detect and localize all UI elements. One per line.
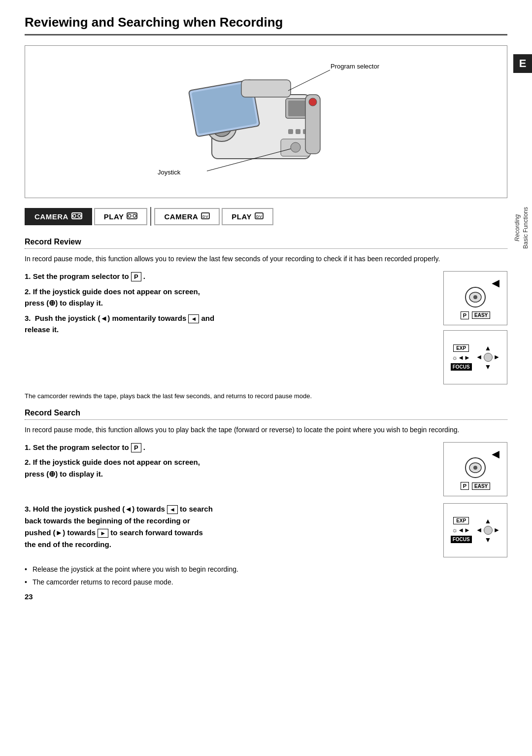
- exp-label-2: EXP: [453, 517, 469, 524]
- dv-icon-0: DV: [201, 212, 210, 221]
- focus-label-1: FOCUS: [451, 363, 472, 371]
- p-easy-row-1: P EASY: [461, 311, 491, 319]
- focus-label-2: FOCUS: [451, 536, 472, 543]
- center-btn-2: [484, 526, 493, 535]
- dv-icon-1: DV: [255, 212, 264, 221]
- sidebar-section-label: Recording Basic Functions: [513, 207, 532, 249]
- step-2-text: 2. If the joystick guide does not appear…: [25, 286, 433, 309]
- down-arrow-2: ▼: [485, 536, 492, 544]
- record-search-intro: In record pause mode, this function allo…: [25, 425, 507, 435]
- lr-row-1: ◄ ►: [476, 353, 500, 362]
- svg-point-20: [78, 214, 81, 217]
- right-arrow-1: ►: [494, 353, 500, 362]
- record-search-steps: 1. Set the program selector to P . 2. If…: [25, 442, 507, 496]
- p-badge-1: P: [461, 311, 469, 319]
- svg-point-11: [291, 142, 300, 152]
- tab-divider: [150, 207, 151, 226]
- record-review-step-text: 1. Set the program selector to P . 2. If…: [25, 271, 433, 339]
- exp-focus-display-2: EXP ☼◄► FOCUS ▲ ◄ ► ▼: [443, 503, 507, 557]
- tab-camera-dv[interactable]: CAMERA DV: [154, 208, 220, 225]
- record-search-heading: Record Search: [25, 409, 507, 417]
- tape-icon-0: [71, 212, 82, 221]
- tab-play-dv[interactable]: PLAY DV: [222, 208, 273, 225]
- easy-badge-2: EASY: [472, 482, 490, 490]
- search-step-1: 1. Set the program selector to P .: [25, 442, 433, 453]
- camera-image-box: Joystick Program selector: [25, 45, 507, 198]
- section-divider-1: [25, 248, 507, 249]
- center-btn-1: [484, 353, 493, 362]
- camera-illustration: Joystick Program selector: [143, 55, 389, 183]
- search-images-12: ◄ P EASY: [443, 442, 507, 496]
- svg-rect-13: [296, 129, 300, 134]
- up-arrow-2: ▲: [485, 517, 492, 525]
- search-images-3: EXP ☼◄► FOCUS ▲ ◄ ► ▼: [443, 503, 507, 557]
- bullet-1: Release the joystick at the point where …: [25, 564, 507, 575]
- p-badge-2: P: [461, 482, 469, 490]
- program-selector-label: Program selector: [331, 63, 379, 70]
- right-arrow-2: ►: [494, 526, 500, 535]
- bullet-2: The camcorder returns to record pause mo…: [25, 577, 507, 587]
- sidebar-e-label: E: [513, 54, 532, 73]
- svg-text:DV: DV: [202, 214, 208, 219]
- record-search-step-text: 1. Set the program selector to P . 2. If…: [25, 442, 433, 484]
- svg-point-16: [309, 98, 317, 106]
- page-title: Reviewing and Searching when Recording: [25, 15, 507, 35]
- tape-icon-1: [127, 212, 137, 221]
- svg-point-33: [473, 466, 477, 470]
- up-arrow-1: ▲: [485, 344, 492, 352]
- p-easy-row-2: P EASY: [461, 482, 491, 490]
- exp-col-2: EXP ☼◄► FOCUS: [451, 517, 472, 543]
- joystick-circle-2: [465, 457, 486, 480]
- svg-rect-12: [288, 129, 293, 134]
- svg-point-19: [73, 214, 76, 217]
- record-search-bullets: Release the joystick at the point where …: [25, 564, 507, 587]
- tab-play-tape[interactable]: PLAY: [94, 208, 148, 225]
- svg-rect-21: [127, 213, 137, 219]
- record-search-section: Record Search In record pause mode, this…: [25, 409, 507, 587]
- joystick-cross-1: ▲ ◄ ► ▼: [476, 344, 500, 371]
- joystick-label: Joystick: [158, 169, 180, 176]
- arrow-left-icon-2: ◄: [489, 447, 502, 462]
- svg-point-23: [133, 214, 136, 217]
- record-review-steps: 1. Set the program selector to P . 2. If…: [25, 271, 507, 384]
- svg-rect-8: [241, 80, 291, 97]
- record-review-section: Record Review In record pause mode, this…: [25, 238, 507, 402]
- exp-label-1: EXP: [453, 344, 469, 352]
- step-1-text: 1. Set the program selector to P .: [25, 271, 433, 282]
- search-step-2: 2. If the joystick guide does not appear…: [25, 457, 433, 480]
- exp-sub-icons-2: ☼◄►: [452, 526, 470, 534]
- exp-sub-icons-1: ☼◄►: [452, 354, 470, 361]
- svg-point-22: [128, 214, 131, 217]
- search-step-3: 3. Hold the joystick pushed (◄) towards …: [25, 503, 433, 550]
- svg-text:DV: DV: [256, 214, 262, 219]
- svg-rect-18: [72, 213, 82, 219]
- svg-point-30: [473, 295, 477, 299]
- record-search-step3-text: 3. Hold the joystick pushed (◄) towards …: [25, 503, 433, 554]
- section-divider-2: [25, 419, 507, 420]
- page-number: 23: [25, 592, 33, 601]
- joystick-display-1: ◄ P EASY: [443, 271, 507, 325]
- step-3-text: 3. Push the joystick (◄) momentarily tow…: [25, 313, 433, 335]
- record-review-note: The camcorder rewinds the tape, plays ba…: [25, 391, 507, 402]
- record-review-intro: In record pause mode, this function allo…: [25, 254, 507, 264]
- exp-focus-display-1: EXP ☼◄► FOCUS ▲ ◄ ► ▼: [443, 330, 507, 384]
- easy-badge-1: EASY: [472, 311, 490, 319]
- record-review-heading: Record Review: [25, 238, 507, 246]
- left-arrow-1: ◄: [476, 353, 483, 362]
- joystick-cross-2: ▲ ◄ ► ▼: [476, 517, 500, 544]
- tab-camera-tape[interactable]: CAMERA: [25, 208, 92, 225]
- mode-tabs-row: CAMERA PLAY CAMERA: [25, 207, 507, 226]
- joystick-circle-1: [465, 286, 486, 309]
- lr-row-2: ◄ ►: [476, 526, 500, 535]
- down-arrow-1: ▼: [485, 363, 492, 371]
- exp-col-1: EXP ☼◄► FOCUS: [451, 344, 472, 371]
- left-arrow-2: ◄: [476, 526, 483, 535]
- record-review-images: ◄ P EASY EX: [443, 271, 507, 384]
- joystick-display-2: ◄ P EASY: [443, 442, 507, 496]
- record-search-step3-block: 3. Hold the joystick pushed (◄) towards …: [25, 503, 507, 557]
- svg-line-9: [288, 70, 330, 91]
- arrow-left-icon: ◄: [489, 275, 502, 291]
